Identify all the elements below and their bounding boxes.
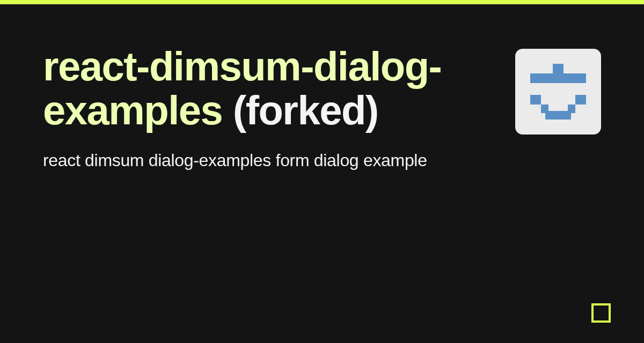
svg-rect-1 <box>530 73 586 83</box>
corner-square-icon <box>591 303 611 323</box>
project-title: react-dimsum-dialog-examples (forked) <box>43 44 462 132</box>
svg-rect-2 <box>530 95 541 105</box>
text-block: react-dimsum-dialog-examples (forked) re… <box>43 44 462 172</box>
project-thumbnail-icon <box>521 54 596 129</box>
project-thumbnail <box>515 49 601 135</box>
svg-rect-6 <box>545 111 571 120</box>
main-content: react-dimsum-dialog-examples (forked) re… <box>0 4 644 172</box>
project-description: react dimsum dialog-examples form dialog… <box>43 150 462 172</box>
svg-rect-3 <box>575 95 586 105</box>
accent-top-bar <box>0 0 644 4</box>
project-suffix: (forked) <box>222 87 378 133</box>
svg-rect-0 <box>553 64 564 73</box>
